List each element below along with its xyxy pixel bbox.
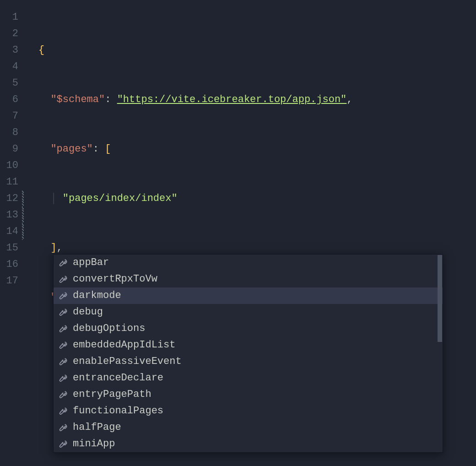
suggest-item[interactable]: darkmode [54, 287, 443, 304]
line-number: 4 [0, 59, 22, 75]
scrollbar-thumb[interactable] [438, 255, 442, 342]
suggest-item-label: halfPage [73, 419, 121, 436]
line-number: 1 [0, 9, 22, 26]
suggest-item-label: entryPagePath [73, 386, 151, 403]
line-number: 2 [0, 26, 22, 42]
line-number: 16 [0, 256, 22, 273]
wrench-icon [58, 258, 68, 268]
suggest-item-label: enablePassiveEvent [73, 353, 182, 370]
line-number: 12 [0, 190, 22, 207]
suggest-item[interactable]: entryPagePath [54, 386, 443, 403]
wrench-icon [58, 406, 68, 416]
wrench-icon [58, 274, 68, 284]
suggest-item[interactable]: convertRpxToVw [54, 271, 443, 287]
suggest-item-label: debug [73, 304, 103, 320]
suggest-item[interactable]: functionalPages [54, 403, 443, 419]
suggest-item-label: darkmode [73, 287, 121, 304]
suggest-item-label: appBar [73, 255, 109, 271]
intellisense-popup[interactable]: appBarconvertRpxToVwdarkmodedebugdebugOp… [53, 254, 443, 453]
line-number: 11 [0, 174, 22, 190]
suggest-item-label: entranceDeclare [73, 370, 163, 386]
suggest-item[interactable]: appBar [54, 255, 443, 271]
wrench-icon [58, 423, 68, 433]
wrench-icon [58, 307, 68, 317]
line-number: 8 [0, 125, 22, 141]
line-number: 17 [0, 273, 22, 289]
line-number: 14 [0, 223, 22, 240]
suggest-item-label: convertRpxToVw [73, 271, 157, 287]
suggest-item[interactable]: enablePassiveEvent [54, 353, 443, 370]
code-line: │ "pages/index/index" [38, 190, 476, 207]
wrench-icon [58, 340, 68, 350]
suggest-item-label: functionalPages [73, 403, 163, 419]
line-number: 6 [0, 92, 22, 108]
line-number: 5 [0, 75, 22, 92]
line-number: 9 [0, 141, 22, 157]
code-line: "$schema": "https://vite.icebreaker.top/… [38, 92, 476, 108]
wrench-icon [58, 324, 68, 334]
wrench-icon [58, 373, 68, 383]
suggest-item-label: miniApp [73, 436, 115, 452]
suggest-item-label: debugOptions [73, 320, 145, 337]
line-number: 7 [0, 108, 22, 125]
code-line: "pages": [ [38, 141, 476, 157]
wrench-icon [58, 291, 68, 301]
line-number: 15 [0, 240, 22, 256]
suggest-item[interactable]: embeddedAppIdList [54, 337, 443, 353]
suggest-item[interactable]: debugOptions [54, 320, 443, 337]
wrench-icon [58, 357, 68, 367]
suggest-item[interactable]: miniApp [54, 436, 443, 452]
suggest-item-label: embeddedAppIdList [73, 337, 175, 353]
line-number: 3 [0, 42, 22, 59]
suggest-item[interactable]: halfPage [54, 419, 443, 436]
suggest-item[interactable]: entranceDeclare [54, 370, 443, 386]
suggest-item[interactable]: debug [54, 304, 443, 320]
line-number: 13 [0, 207, 22, 223]
wrench-icon [58, 439, 68, 449]
wrench-icon [58, 390, 68, 400]
code-line: { [38, 42, 476, 59]
line-number: 10 [0, 157, 22, 174]
line-number-gutter: 1234567891011121314151617 [0, 0, 22, 466]
